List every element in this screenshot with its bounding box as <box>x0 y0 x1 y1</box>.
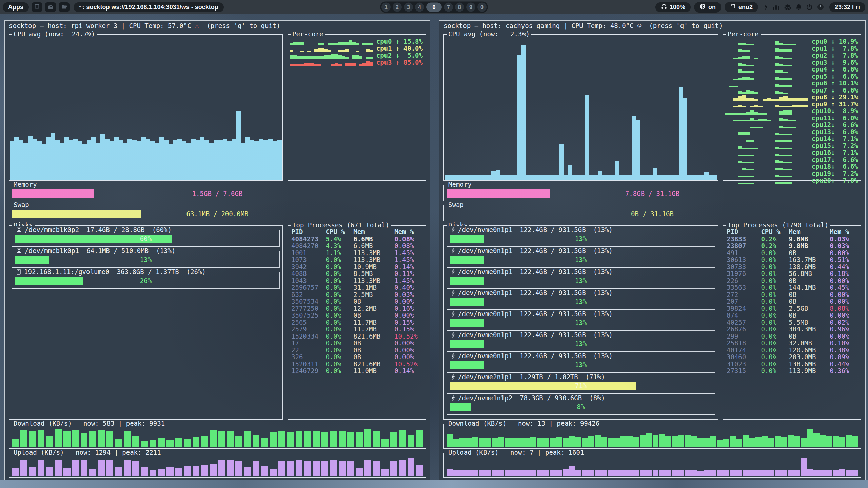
bell-icon[interactable] <box>796 4 802 11</box>
chart-bar <box>356 468 362 476</box>
chart-bar <box>807 429 813 447</box>
clock-widget[interactable]: 23:32 Fri <box>829 2 865 12</box>
chart-bar <box>491 171 496 180</box>
chart-bar <box>314 56 317 59</box>
chart-bar <box>124 431 131 447</box>
chart-bar <box>235 436 242 447</box>
chart-bar <box>64 137 68 180</box>
chart-bar <box>72 460 79 476</box>
chart-bar <box>200 137 204 180</box>
volume-widget[interactable]: 100% <box>655 2 691 12</box>
chart-bar <box>788 98 792 101</box>
disk-item-title: /dev/mmcblk0p164.1MB / 510.0MB(13%) <box>14 247 177 255</box>
chart-bar <box>542 175 547 180</box>
terminal-window-left[interactable]: socktop — host: rpi-worker-3 | CPU Temp:… <box>4 20 430 480</box>
chart-bar <box>453 439 459 447</box>
disk-item: 192.168.1.11:/gvolume0363.8GB / 1.37TB(2… <box>12 272 280 289</box>
chart-bar <box>500 175 504 180</box>
core-sparkline <box>725 177 808 184</box>
disk-bar-label: 8% <box>450 403 712 411</box>
mail-button[interactable] <box>45 2 56 12</box>
chart-bar <box>839 437 845 447</box>
chart-bar <box>63 431 70 447</box>
core-row: cpu2 ↓ 5.0% <box>290 52 423 59</box>
process-row: 220.0%0B0.00% <box>291 347 423 354</box>
chart-bar <box>201 465 208 476</box>
chart-bar <box>352 42 356 45</box>
bolt-icon[interactable] <box>764 4 768 11</box>
chart-bar <box>775 175 779 177</box>
chart-bar <box>349 40 352 45</box>
core-sparkline <box>725 94 808 101</box>
cpu-avg-panel-title: CPU avg (now: 24.7%) <box>12 30 97 38</box>
bluetooth-widget[interactable]: on <box>694 2 721 13</box>
chart-bar <box>106 431 113 447</box>
disk-percent: (13%) <box>156 247 175 255</box>
chart-bar <box>746 183 750 184</box>
files-button[interactable] <box>59 2 70 12</box>
workspace-1[interactable]: 1 <box>381 3 391 12</box>
chart-bar <box>697 471 704 476</box>
chart-bar <box>191 139 195 180</box>
process-row: 25967570.0%31.1MB0.40% <box>291 284 423 291</box>
chart-bar <box>356 432 362 447</box>
disk-item: /dev/nvme0n1p1122.4GB / 931.5GB(13%)13% <box>447 293 715 310</box>
disk-usage: 64.1MB / 510.0MB <box>86 247 149 255</box>
workspace-6[interactable]: 6 <box>426 3 442 12</box>
chart-bar <box>366 49 369 52</box>
chart-bar <box>297 64 300 66</box>
chart-bar <box>602 175 607 180</box>
chart-bar <box>349 63 352 66</box>
session-header: socktop — host: rpi-worker-3 | CPU Temp:… <box>9 21 426 30</box>
chart-bar <box>472 437 478 447</box>
core-row: cpu7 ↓ 6.6% <box>725 87 858 94</box>
workspace-7[interactable]: 7 <box>444 3 453 12</box>
history-icon[interactable] <box>817 4 824 11</box>
workspace-2[interactable]: 2 <box>393 3 402 12</box>
window-button[interactable] <box>32 2 42 12</box>
network-widget[interactable]: eno2 <box>725 2 758 12</box>
chart-bar <box>717 470 723 476</box>
chart-bar <box>746 56 750 59</box>
nvme-flash-icon <box>451 311 455 317</box>
workspace-9[interactable]: 9 <box>466 3 475 12</box>
cpu-avg-panel: CPU avg (now: 24.7%) <box>9 34 283 181</box>
chart-bar <box>253 461 259 476</box>
chart-bar <box>416 430 423 447</box>
chart-bar <box>338 64 342 66</box>
stats-icon[interactable] <box>773 4 780 10</box>
active-window-title[interactable]: ~: socktop ws://192.168.1.104:3031/ws - … <box>74 2 224 12</box>
apps-button[interactable]: Apps <box>3 2 29 12</box>
disk-percent: (26%) <box>186 268 206 276</box>
chart-bar <box>704 438 710 447</box>
chart-bar <box>330 460 337 476</box>
power-icon[interactable] <box>806 4 812 10</box>
workspace-8[interactable]: 8 <box>455 3 464 12</box>
terminal-window-right[interactable]: socktop — host: cachyos-gaming | CPU Tem… <box>439 20 866 480</box>
core-label: cpu7 ↓ 6.6% <box>812 87 858 94</box>
chart-bar <box>10 141 14 180</box>
layers-icon[interactable] <box>784 4 791 10</box>
core-label: cpu13↓ 6.0% <box>812 128 858 136</box>
chart-bar <box>297 42 300 45</box>
disk-item: /dev/nvme1n1p278.3GB / 930.6GB(8%)8% <box>447 398 715 415</box>
chart-bar <box>399 430 406 447</box>
workspace-4[interactable]: 4 <box>415 3 424 12</box>
chart-bar <box>775 470 781 476</box>
disk-bar-label: 13% <box>450 277 712 285</box>
disk-drive-icon <box>16 248 22 253</box>
chart-bar <box>723 470 729 476</box>
chart-bar <box>175 468 182 476</box>
core-sparkline <box>725 73 808 80</box>
chart-bar <box>611 175 615 180</box>
chart-bar <box>335 63 338 66</box>
disk-bar-label: 60% <box>15 235 277 243</box>
disk-percent: (13%) <box>593 331 613 339</box>
workspace-0[interactable]: 0 <box>477 3 487 12</box>
workspace-3[interactable]: 3 <box>404 3 413 12</box>
chart-bar <box>582 470 588 476</box>
chart-bar <box>537 438 543 447</box>
chart-bar <box>483 175 487 180</box>
chart-bar <box>123 143 127 180</box>
chart-bar <box>293 55 297 59</box>
